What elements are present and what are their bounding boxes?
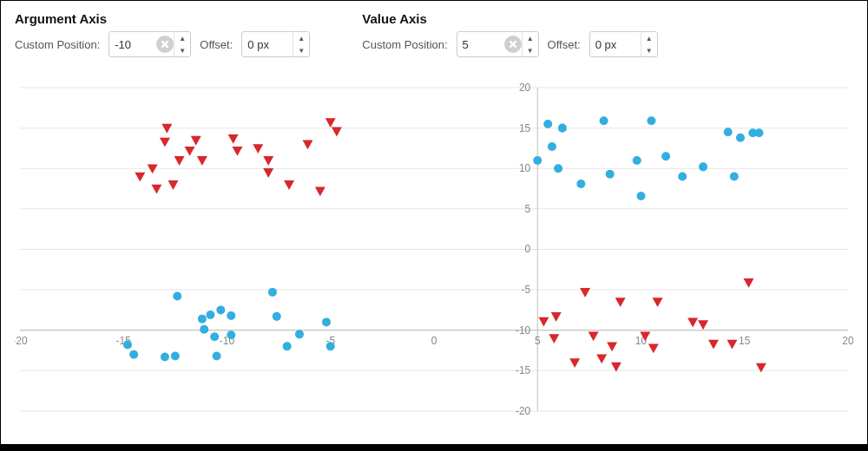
svg-point-39	[210, 332, 219, 341]
spin-down-icon[interactable]: ▼	[523, 44, 538, 56]
svg-marker-79	[228, 134, 239, 144]
spin-up-icon[interactable]: ▲	[523, 32, 538, 44]
svg-point-60	[647, 116, 655, 125]
svg-marker-93	[580, 288, 590, 297]
svg-point-35	[173, 292, 181, 301]
svg-point-58	[633, 156, 641, 165]
svg-point-59	[637, 192, 646, 200]
val-custom-position-input[interactable]	[457, 32, 504, 56]
svg-marker-74	[168, 180, 178, 190]
svg-marker-89	[538, 317, 549, 327]
svg-marker-92	[569, 358, 580, 368]
arg-offset-spin[interactable]: ▲ ▼	[241, 31, 310, 57]
svg-text:20: 20	[519, 82, 531, 94]
svg-marker-70	[148, 164, 158, 173]
svg-marker-83	[263, 168, 273, 178]
svg-text:15: 15	[519, 122, 531, 134]
svg-marker-96	[607, 343, 617, 352]
svg-text:-10: -10	[516, 324, 531, 337]
svg-marker-80	[232, 147, 242, 156]
svg-text:20: 20	[842, 335, 853, 347]
svg-text:15: 15	[739, 335, 751, 347]
svg-marker-77	[191, 136, 201, 146]
svg-point-63	[699, 162, 707, 171]
arg-offset-input[interactable]	[242, 32, 293, 56]
svg-point-40	[213, 352, 221, 361]
svg-marker-78	[197, 156, 207, 166]
svg-marker-107	[756, 363, 766, 373]
svg-text:5: 5	[525, 203, 531, 215]
svg-marker-106	[744, 278, 754, 288]
svg-marker-69	[135, 173, 145, 182]
svg-text:5: 5	[535, 335, 541, 347]
clear-icon[interactable]	[156, 32, 174, 56]
value-axis-title: Value Axis	[362, 11, 657, 26]
spin-down-icon[interactable]: ▼	[293, 44, 309, 56]
series-blue-circles	[123, 116, 763, 361]
val-offset-spin[interactable]: ▲ ▼	[589, 31, 658, 57]
val-custom-position-label: Custom Position:	[362, 38, 447, 51]
svg-point-42	[227, 311, 235, 320]
svg-point-38	[206, 310, 214, 319]
svg-point-61	[661, 152, 670, 160]
svg-point-49	[326, 342, 335, 350]
svg-marker-72	[160, 138, 170, 147]
svg-marker-81	[253, 144, 263, 154]
svg-marker-90	[551, 312, 562, 322]
svg-marker-87	[326, 118, 336, 127]
spin-up-icon[interactable]: ▲	[293, 32, 309, 44]
svg-point-48	[322, 317, 331, 326]
svg-point-47	[295, 330, 304, 338]
svg-point-51	[543, 120, 552, 128]
svg-point-64	[724, 127, 733, 136]
svg-marker-94	[589, 331, 599, 341]
scatter-chart: -20-15-10-505101520-20-15-10-505101520	[15, 82, 853, 430]
arg-custom-position-input[interactable]	[109, 32, 156, 56]
svg-point-50	[533, 156, 542, 165]
svg-marker-103	[698, 320, 708, 330]
svg-marker-71	[151, 185, 161, 194]
svg-marker-75	[174, 156, 185, 166]
svg-marker-88	[332, 127, 342, 137]
svg-point-66	[736, 134, 745, 142]
svg-point-57	[606, 170, 615, 179]
svg-marker-102	[687, 318, 698, 328]
svg-point-55	[576, 180, 585, 188]
svg-text:-5: -5	[522, 284, 531, 296]
svg-marker-82	[263, 156, 273, 166]
svg-marker-104	[708, 340, 719, 350]
svg-point-56	[600, 116, 608, 125]
svg-marker-76	[185, 147, 195, 156]
svg-text:-20: -20	[516, 405, 531, 417]
clear-icon[interactable]	[504, 32, 522, 56]
svg-marker-105	[727, 340, 737, 350]
svg-marker-84	[284, 180, 294, 190]
svg-marker-73	[161, 124, 172, 134]
svg-point-44	[268, 288, 277, 297]
svg-text:-15: -15	[516, 364, 531, 376]
spin-down-icon[interactable]: ▼	[174, 44, 190, 56]
svg-point-31	[123, 340, 132, 349]
spin-down-icon[interactable]: ▼	[641, 44, 657, 56]
svg-marker-85	[303, 140, 313, 149]
val-custom-position-spin[interactable]: ▲ ▼	[457, 31, 539, 57]
svg-point-46	[283, 342, 292, 350]
arg-custom-position-spin[interactable]: ▲ ▼	[108, 31, 191, 57]
value-axis-group: Value Axis Custom Position: ▲ ▼ Offset:	[362, 11, 657, 57]
svg-marker-101	[653, 297, 663, 307]
svg-text:0: 0	[525, 243, 531, 255]
spin-up-icon[interactable]: ▲	[641, 32, 657, 44]
svg-text:0: 0	[431, 335, 437, 347]
svg-point-41	[216, 305, 225, 314]
svg-text:10: 10	[519, 162, 531, 174]
argument-axis-group: Argument Axis Custom Position: ▲ ▼ Offse…	[15, 11, 310, 57]
spin-up-icon[interactable]: ▲	[174, 32, 190, 44]
svg-marker-100	[648, 343, 659, 353]
argument-axis-title: Argument Axis	[15, 11, 310, 26]
svg-point-52	[548, 142, 556, 151]
svg-text:-20: -20	[15, 335, 28, 347]
svg-point-37	[200, 325, 208, 334]
val-offset-input[interactable]	[590, 32, 641, 56]
arg-custom-position-label: Custom Position:	[15, 38, 100, 51]
svg-point-43	[227, 330, 235, 339]
